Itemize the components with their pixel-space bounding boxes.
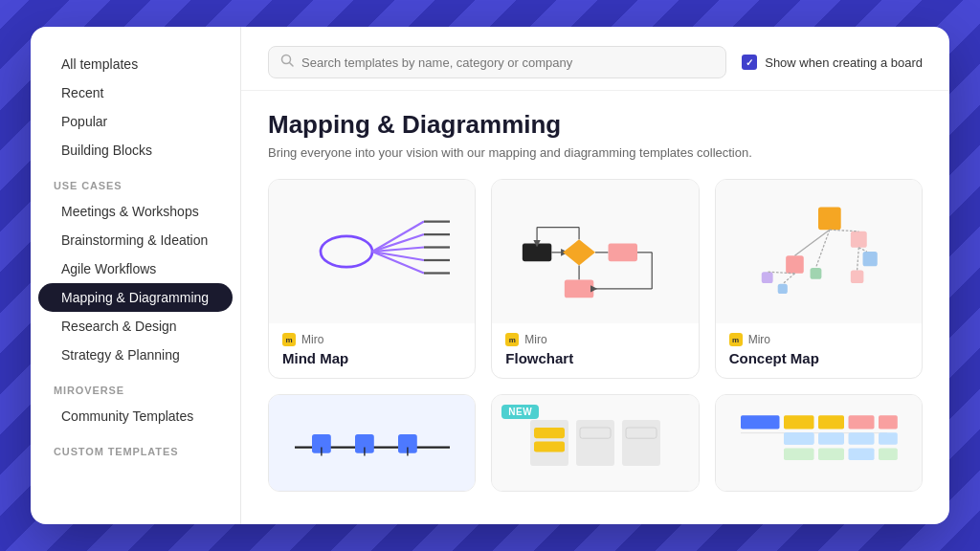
svg-rect-53 bbox=[580, 428, 611, 438]
main-content: Show when creating a board Mapping & Dia… bbox=[241, 27, 949, 524]
template-card-flowchart[interactable]: m Miro Flowchart bbox=[491, 179, 699, 379]
sidebar-item-agile[interactable]: Agile Workflows bbox=[38, 254, 233, 283]
sidebar-item-community[interactable]: Community Templates bbox=[38, 402, 233, 430]
template-preview-flowchart bbox=[492, 180, 698, 323]
search-wrapper[interactable] bbox=[268, 46, 726, 78]
show-when-creating-checkbox[interactable] bbox=[742, 55, 757, 70]
sidebar-item-recent[interactable]: Recent bbox=[38, 78, 233, 107]
svg-rect-65 bbox=[879, 432, 898, 445]
svg-rect-49 bbox=[576, 420, 614, 466]
svg-rect-13 bbox=[523, 244, 551, 262]
template-author-mind-map: m Miro bbox=[282, 333, 461, 346]
svg-rect-17 bbox=[609, 244, 637, 262]
template-card-concept-map[interactable]: m Miro Concept Map bbox=[715, 179, 923, 379]
svg-rect-58 bbox=[849, 415, 875, 429]
template-name-mind-map: Mind Map bbox=[282, 350, 461, 366]
svg-rect-66 bbox=[784, 448, 814, 460]
svg-rect-55 bbox=[741, 415, 780, 429]
sidebar-item-brainstorming[interactable]: Brainstorming & Ideation bbox=[38, 226, 233, 254]
svg-rect-63 bbox=[818, 432, 844, 445]
section-desc: Bring everyone into your vision with our… bbox=[268, 145, 923, 160]
template-card-mind-map[interactable]: m Miro Mind Map bbox=[268, 179, 476, 379]
templates-grid: m Miro Mind Map bbox=[268, 179, 923, 492]
template-author-concept-map: m Miro bbox=[729, 333, 908, 346]
svg-rect-38 bbox=[778, 284, 788, 294]
svg-rect-69 bbox=[879, 448, 898, 460]
sidebar-item-strategy[interactable]: Strategy & Planning bbox=[38, 341, 233, 369]
svg-rect-29 bbox=[851, 270, 864, 283]
author-badge-3: m bbox=[729, 333, 743, 346]
search-input[interactable] bbox=[301, 55, 714, 70]
svg-rect-26 bbox=[818, 207, 841, 230]
template-card-table[interactable] bbox=[715, 394, 923, 492]
template-author-flowchart: m Miro bbox=[505, 333, 684, 346]
svg-line-1 bbox=[290, 63, 294, 67]
custom-templates-label: CUSTOM TEMPLATES bbox=[31, 430, 240, 463]
svg-rect-51 bbox=[534, 428, 565, 438]
svg-rect-52 bbox=[534, 441, 565, 452]
svg-rect-57 bbox=[818, 415, 844, 429]
new-badge: NEW bbox=[501, 405, 539, 419]
main-body: Mapping & Diagramming Bring everyone int… bbox=[241, 91, 949, 524]
template-card-kanban[interactable]: NEW bbox=[491, 394, 699, 492]
svg-rect-62 bbox=[784, 432, 814, 445]
svg-line-40 bbox=[783, 274, 795, 284]
svg-line-34 bbox=[858, 248, 859, 271]
author-badge: m bbox=[282, 333, 296, 346]
sidebar: All templates Recent Popular Building Bl… bbox=[31, 27, 241, 524]
miroverse-section-label: MIROVERSE bbox=[31, 369, 240, 402]
svg-rect-50 bbox=[622, 420, 660, 466]
modal-container: All templates Recent Popular Building Bl… bbox=[31, 27, 949, 524]
svg-rect-68 bbox=[849, 448, 875, 460]
template-info-concept-map: m Miro Concept Map bbox=[716, 323, 922, 378]
template-name-concept-map: Concept Map bbox=[729, 350, 908, 366]
svg-rect-27 bbox=[851, 231, 867, 248]
svg-line-32 bbox=[830, 230, 858, 231]
svg-rect-30 bbox=[811, 268, 822, 279]
svg-rect-54 bbox=[626, 428, 657, 438]
sidebar-use-cases: Meetings & Workshops Brainstorming & Ide… bbox=[31, 197, 240, 369]
sidebar-top-items: All templates Recent Popular Building Bl… bbox=[31, 50, 240, 165]
svg-rect-19 bbox=[565, 280, 593, 298]
section-title: Mapping & Diagramming bbox=[268, 110, 923, 140]
svg-rect-67 bbox=[818, 448, 844, 460]
svg-point-2 bbox=[321, 236, 372, 267]
main-header: Show when creating a board bbox=[241, 27, 949, 91]
template-preview-table bbox=[716, 395, 922, 491]
svg-marker-15 bbox=[563, 239, 595, 265]
template-card-timeline[interactable] bbox=[268, 394, 476, 492]
use-cases-section-label: USE CASES bbox=[31, 165, 240, 197]
sidebar-item-popular[interactable]: Popular bbox=[38, 107, 233, 136]
svg-rect-28 bbox=[863, 252, 878, 266]
template-info-flowchart: m Miro Flowchart bbox=[492, 323, 698, 378]
template-info-mind-map: m Miro Mind Map bbox=[269, 323, 475, 378]
template-preview-timeline bbox=[269, 395, 475, 491]
sidebar-item-mapping[interactable]: Mapping & Diagramming bbox=[38, 283, 233, 312]
template-preview-concept-map bbox=[716, 180, 922, 323]
sidebar-item-meetings[interactable]: Meetings & Workshops bbox=[38, 197, 233, 226]
search-icon bbox=[280, 54, 294, 71]
svg-rect-37 bbox=[762, 272, 773, 283]
template-preview-mind-map bbox=[269, 180, 475, 323]
template-name-flowchart: Flowchart bbox=[505, 350, 684, 366]
svg-rect-59 bbox=[879, 415, 898, 429]
sidebar-item-all-templates[interactable]: All templates bbox=[38, 50, 233, 78]
svg-rect-56 bbox=[784, 415, 814, 429]
author-badge-2: m bbox=[505, 333, 519, 346]
show-when-creating[interactable]: Show when creating a board bbox=[742, 55, 923, 70]
template-preview-kanban: NEW bbox=[492, 395, 698, 491]
svg-rect-64 bbox=[849, 432, 875, 445]
svg-line-33 bbox=[859, 248, 867, 252]
show-when-creating-label: Show when creating a board bbox=[765, 55, 923, 70]
sidebar-item-research[interactable]: Research & Design bbox=[38, 312, 233, 341]
svg-rect-31 bbox=[786, 255, 804, 274]
sidebar-item-building-blocks[interactable]: Building Blocks bbox=[38, 136, 233, 165]
